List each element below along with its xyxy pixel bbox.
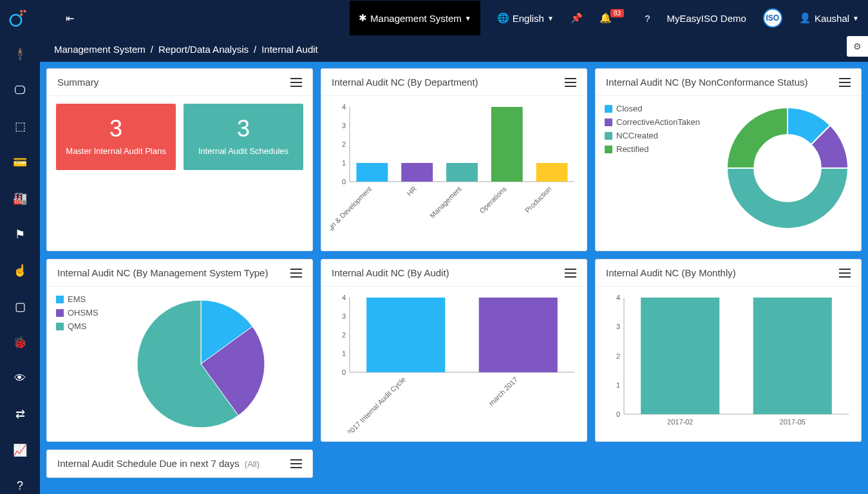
nav-management-system[interactable]: ✱ Management System ▼: [350, 1, 480, 35]
sidebar-icon-hand[interactable]: ☝: [13, 263, 27, 278]
tile-label: Internal Audit Schedules: [189, 146, 298, 156]
swatch-icon: [56, 296, 64, 303]
breadcrumb-item[interactable]: Report/Data Analysis: [158, 44, 249, 55]
svg-text:3: 3: [616, 323, 620, 330]
swatch-icon: [605, 146, 612, 153]
panel-title: Internal Audit NC (By Department): [332, 77, 478, 88]
panel-schedule-due: Internal Audit Schedule Due in next 7 da…: [46, 450, 313, 478]
pin-icon[interactable]: 📌: [571, 12, 583, 24]
svg-text:Operations: Operations: [478, 185, 508, 215]
tile-label: Master Internal Audit Plans: [61, 146, 171, 156]
chart-department: 01234sign & DevelopmentHRManagementOpera…: [330, 104, 578, 243]
svg-rect-13: [401, 163, 433, 182]
panel-title: Internal Audit NC (By Audit): [332, 267, 449, 278]
sidebar-icon-transfer[interactable]: ⇄: [15, 407, 25, 421]
legend-label: CorrectiveActionTaken: [616, 117, 700, 127]
svg-rect-28: [366, 298, 445, 372]
chart-status-donut: [723, 104, 852, 233]
tile-number: 3: [189, 115, 298, 142]
help-icon[interactable]: ?: [645, 13, 650, 24]
svg-text:4: 4: [342, 104, 346, 111]
sidebar-icon-chart[interactable]: 📈: [13, 443, 27, 457]
chart-audit: 01234uary 2017 Internal Audit Cyclemarch…: [330, 294, 578, 433]
svg-text:2: 2: [342, 331, 346, 339]
sidebar-icon-eye[interactable]: 👁: [14, 372, 26, 385]
sidebar-icon-card[interactable]: 💳: [13, 155, 27, 169]
sidebar-icon-help[interactable]: ?: [17, 479, 23, 493]
svg-text:1: 1: [616, 381, 620, 389]
company-label: MyEasyISO Demo: [667, 13, 746, 24]
svg-text:2017-05: 2017-05: [780, 418, 806, 426]
panel-title: Internal Audit NC (By Management System …: [57, 267, 268, 278]
svg-text:3: 3: [342, 122, 346, 129]
tile-audit-schedules[interactable]: 3 Internal Audit Schedules: [184, 104, 303, 170]
breadcrumb: Management System / Report/Data Analysis…: [40, 36, 868, 62]
svg-rect-39: [641, 298, 719, 414]
legend-status: Closed CorrectiveActionTaken NCCreated R…: [605, 104, 700, 243]
legend-label: OHSMS: [68, 308, 99, 318]
tile-master-plans[interactable]: 3 Master Internal Audit Plans: [56, 104, 176, 170]
legend-label: QMS: [68, 321, 87, 331]
chart-monthly: 012342017-022017-05: [605, 294, 852, 433]
sidebar-icon-tablet[interactable]: ▢: [15, 299, 26, 314]
legend-label: Rectified: [616, 144, 649, 154]
svg-text:0: 0: [616, 410, 620, 418]
panel-menu-icon[interactable]: [290, 459, 302, 468]
chevron-down-icon: ▼: [465, 15, 471, 22]
panel-menu-icon[interactable]: [839, 269, 851, 278]
svg-text:3: 3: [342, 312, 346, 320]
sidebar-icon-factory[interactable]: 🏭: [13, 191, 27, 205]
legend-label: Closed: [616, 104, 642, 113]
nav-language-label: English: [513, 13, 544, 24]
nav-management-label: Management System: [370, 13, 462, 24]
gear-icon: ✱: [359, 12, 367, 24]
tile-number: 3: [61, 115, 171, 142]
swatch-icon: [605, 105, 612, 113]
user-menu[interactable]: 👤 Kaushal ▼: [799, 12, 859, 24]
panel-title: Internal Audit Schedule Due in next 7 da…: [57, 458, 259, 469]
sidebar-icon-network[interactable]: ⬚: [15, 119, 26, 133]
svg-rect-41: [753, 298, 832, 414]
company-avatar: ISO: [763, 8, 782, 28]
sidebar-icon-person[interactable]: 🕴: [13, 48, 27, 62]
panel-menu-icon[interactable]: [565, 269, 576, 278]
svg-point-0: [10, 15, 22, 26]
toggle-sidebar-icon[interactable]: ⇤: [66, 12, 74, 24]
svg-rect-2: [24, 10, 26, 13]
panel-nc-audit: Internal Audit NC (By Audit) 01234uary 2…: [321, 259, 587, 442]
legend-label: EMS: [68, 294, 86, 304]
swatch-icon: [56, 309, 64, 317]
panel-menu-icon[interactable]: [290, 78, 302, 87]
breadcrumb-sep: /: [254, 44, 256, 55]
nav-language[interactable]: 🌐 English ▼: [497, 12, 554, 24]
panel-menu-icon[interactable]: [839, 78, 851, 87]
panel-menu-icon[interactable]: [290, 269, 302, 278]
user-icon: 👤: [799, 12, 811, 24]
notifications-button[interactable]: 🔔 83: [599, 12, 628, 24]
dashboard-content: Summary 3 Master Internal Audit Plans 3 …: [40, 62, 868, 494]
sidebar-icon-flag[interactable]: ⚑: [15, 227, 25, 242]
breadcrumb-item[interactable]: Management System: [54, 44, 146, 55]
panel-menu-icon[interactable]: [565, 78, 576, 87]
chevron-down-icon: ▼: [853, 15, 859, 22]
sidebar-icon-monitor[interactable]: 🖵: [14, 84, 26, 97]
topbar: ⇤ ✱ Management System ▼ 🌐 English ▼ 📌 🔔 …: [0, 0, 868, 36]
legend-mstype: EMS OHSMS QMS: [56, 294, 99, 433]
svg-rect-3: [21, 14, 23, 16]
panel-title: Internal Audit NC (By NonConformance Sta…: [606, 77, 807, 88]
left-sidebar: 🕴 🖵 ⬚ 💳 🏭 ⚑ ☝ ▢ 🐞 👁 ⇄ 📈 ?: [0, 36, 40, 494]
svg-rect-30: [479, 298, 558, 372]
svg-text:1: 1: [342, 159, 346, 167]
panel-nc-monthly: Internal Audit NC (By Monthly) 012342017…: [595, 259, 862, 442]
svg-rect-1: [21, 10, 23, 13]
panel-nc-status: Internal Audit NC (By NonConformance Sta…: [595, 68, 862, 251]
chart-mstype-pie: [133, 296, 269, 432]
svg-text:4: 4: [342, 294, 346, 301]
svg-text:0: 0: [342, 368, 346, 376]
svg-text:uary 2017 Internal Audit Cycle: uary 2017 Internal Audit Cycle: [334, 375, 406, 433]
sidebar-icon-bug[interactable]: 🐞: [13, 336, 27, 350]
settings-button[interactable]: ⚙: [847, 36, 868, 57]
globe-icon: 🌐: [497, 12, 509, 24]
swatch-icon: [605, 132, 612, 140]
svg-rect-17: [491, 107, 523, 182]
